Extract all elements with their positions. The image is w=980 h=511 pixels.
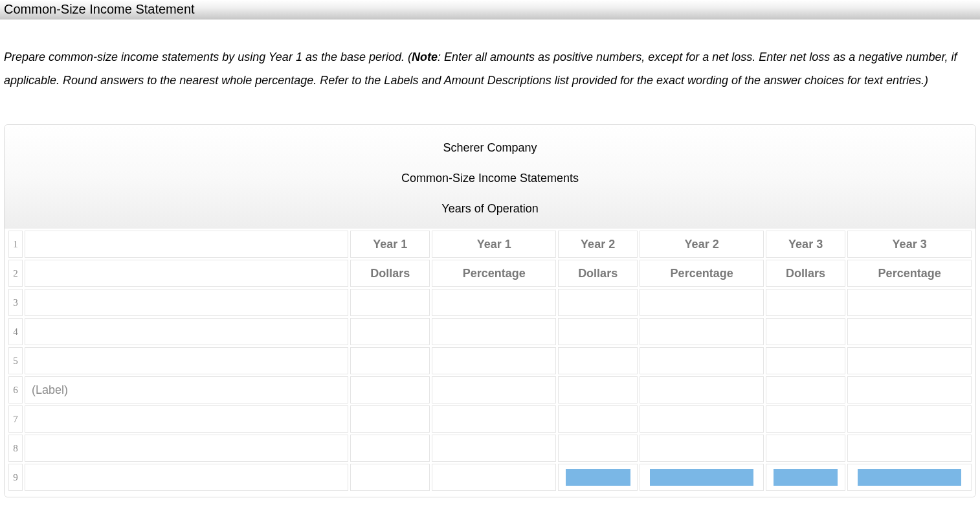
- page-title-bar: Common-Size Income Statement: [0, 0, 980, 19]
- highlighted-input[interactable]: [858, 469, 961, 486]
- table-row: 3: [8, 289, 972, 316]
- column-header-unit: Percentage: [640, 260, 764, 287]
- data-cell[interactable]: [766, 347, 845, 374]
- highlighted-input[interactable]: [566, 469, 630, 486]
- instructions-pre: Prepare common-size income statements by…: [4, 51, 412, 63]
- table-row: 6(Label): [8, 376, 972, 403]
- data-cell[interactable]: [640, 347, 764, 374]
- data-cell[interactable]: [350, 376, 430, 403]
- data-cell[interactable]: [766, 435, 845, 462]
- column-header-year: Year 3: [766, 231, 845, 258]
- data-cell[interactable]: [558, 376, 638, 403]
- data-cell[interactable]: [847, 289, 972, 316]
- data-cell[interactable]: [847, 347, 972, 374]
- table-row: 5: [8, 347, 972, 374]
- statement-title: Common-Size Income Statements: [5, 163, 975, 194]
- column-header-unit: Dollars: [766, 260, 845, 287]
- data-cell[interactable]: [432, 435, 556, 462]
- row-number: 2: [8, 260, 23, 287]
- instructions-block: Prepare common-size income statements by…: [0, 19, 980, 105]
- data-cell[interactable]: [766, 376, 845, 403]
- data-cell[interactable]: [558, 405, 638, 433]
- data-cell[interactable]: [432, 464, 556, 491]
- column-header-unit: Dollars: [558, 260, 638, 287]
- data-cell[interactable]: [350, 435, 430, 462]
- table-row: 8: [8, 435, 972, 462]
- data-cell[interactable]: [432, 318, 556, 345]
- data-cell[interactable]: [847, 376, 972, 403]
- column-header-year: Year 1: [350, 231, 430, 258]
- table-row: 1Year 1Year 1Year 2Year 2Year 3Year 3: [8, 231, 972, 258]
- column-header-year: Year 2: [558, 231, 638, 258]
- data-cell[interactable]: [640, 376, 764, 403]
- row-number: 9: [8, 464, 23, 491]
- row-number: 8: [8, 435, 23, 462]
- data-cell[interactable]: [640, 289, 764, 316]
- data-cell[interactable]: [847, 405, 972, 433]
- data-cell[interactable]: [640, 464, 764, 491]
- highlighted-input[interactable]: [774, 469, 838, 486]
- data-cell[interactable]: [847, 318, 972, 345]
- highlighted-input[interactable]: [650, 469, 753, 486]
- column-header-year: Year 2: [640, 231, 764, 258]
- company-name: Scherer Company: [5, 133, 975, 163]
- table-row: 2DollarsPercentageDollarsPercentageDolla…: [8, 260, 972, 287]
- data-cell[interactable]: [558, 464, 638, 491]
- data-cell[interactable]: [766, 464, 845, 491]
- description-cell[interactable]: (Label): [25, 376, 348, 403]
- description-cell[interactable]: [25, 318, 348, 345]
- statement-subtitle: Years of Operation: [5, 194, 975, 224]
- data-cell[interactable]: [766, 318, 845, 345]
- data-cell[interactable]: [350, 405, 430, 433]
- data-cell[interactable]: [640, 318, 764, 345]
- description-cell[interactable]: [25, 289, 348, 316]
- description-cell: [25, 231, 348, 258]
- description-cell[interactable]: [25, 405, 348, 433]
- column-header-year: Year 1: [432, 231, 556, 258]
- data-cell[interactable]: [558, 318, 638, 345]
- column-header-unit: Dollars: [350, 260, 430, 287]
- description-cell[interactable]: [25, 347, 348, 374]
- data-cell[interactable]: [558, 289, 638, 316]
- row-number: 7: [8, 405, 23, 433]
- data-cell[interactable]: [766, 405, 845, 433]
- table-row: 7: [8, 405, 972, 433]
- data-cell[interactable]: [432, 289, 556, 316]
- row-number: 5: [8, 347, 23, 374]
- description-cell[interactable]: [25, 464, 348, 491]
- worksheet-grid: 1Year 1Year 1Year 2Year 2Year 3Year 32Do…: [5, 229, 975, 497]
- page-title-text: Common-Size Income Statement: [4, 2, 195, 16]
- worksheet-header: Scherer Company Common-Size Income State…: [5, 125, 975, 229]
- data-cell[interactable]: [432, 347, 556, 374]
- row-number: 4: [8, 318, 23, 345]
- description-cell[interactable]: [25, 435, 348, 462]
- data-cell[interactable]: [350, 464, 430, 491]
- column-header-unit: Percentage: [847, 260, 972, 287]
- row-number: 3: [8, 289, 23, 316]
- data-cell[interactable]: [640, 435, 764, 462]
- data-cell[interactable]: [640, 405, 764, 433]
- data-cell[interactable]: [350, 318, 430, 345]
- table-row: 9: [8, 464, 972, 491]
- data-cell[interactable]: [558, 347, 638, 374]
- table-row: 4: [8, 318, 972, 345]
- data-cell[interactable]: [350, 347, 430, 374]
- data-cell[interactable]: [432, 376, 556, 403]
- column-header-year: Year 3: [847, 231, 972, 258]
- data-cell[interactable]: [766, 289, 845, 316]
- row-number: 1: [8, 231, 23, 258]
- data-cell[interactable]: [558, 435, 638, 462]
- data-cell[interactable]: [432, 405, 556, 433]
- description-cell: [25, 260, 348, 287]
- worksheet-container: Scherer Company Common-Size Income State…: [4, 124, 976, 497]
- column-header-unit: Percentage: [432, 260, 556, 287]
- data-cell[interactable]: [847, 435, 972, 462]
- instructions-note-label: Note: [412, 51, 438, 63]
- data-cell[interactable]: [350, 289, 430, 316]
- data-cell[interactable]: [847, 464, 972, 491]
- row-number: 6: [8, 376, 23, 403]
